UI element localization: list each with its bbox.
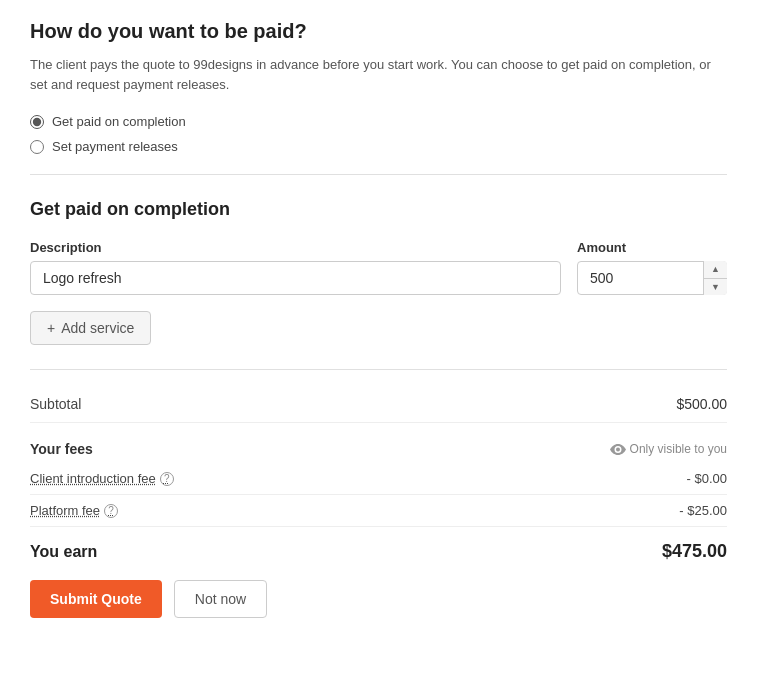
service-form-row: Description Amount ▲ ▼ (30, 240, 727, 295)
platform-fee-label: Platform fee ? (30, 503, 118, 518)
fees-section: Your fees Only visible to you Client int… (30, 431, 727, 527)
subtotal-label: Subtotal (30, 396, 81, 412)
subtotal-row: Subtotal $500.00 (30, 386, 727, 423)
add-service-label: Add service (61, 320, 134, 336)
totals-section: Subtotal $500.00 Your fees Only visible … (30, 369, 727, 576)
radio-completion-input[interactable] (30, 115, 44, 129)
visibility-label: Only visible to you (630, 442, 727, 456)
amount-spin-down[interactable]: ▼ (704, 279, 727, 296)
page-description: The client pays the quote to 99designs i… (30, 55, 727, 94)
amount-spin-up[interactable]: ▲ (704, 261, 727, 279)
section-title: Get paid on completion (30, 199, 727, 220)
radio-releases-label: Set payment releases (52, 139, 178, 154)
amount-label: Amount (577, 240, 727, 255)
submit-quote-button[interactable]: Submit Quote (30, 580, 162, 618)
earnings-row: You earn $475.00 (30, 527, 727, 576)
section-divider (30, 174, 727, 175)
page-title: How do you want to be paid? (30, 20, 727, 43)
radio-releases-input[interactable] (30, 140, 44, 154)
payment-options: Get paid on completion Set payment relea… (30, 114, 727, 154)
radio-completion-label: Get paid on completion (52, 114, 186, 129)
fees-title: Your fees (30, 441, 93, 457)
platform-fee-value: - $25.00 (679, 503, 727, 518)
actions-row: Submit Quote Not now (30, 576, 727, 618)
description-label: Description (30, 240, 561, 255)
client-intro-value: - $0.00 (687, 471, 727, 486)
platform-fee-row: Platform fee ? - $25.00 (30, 495, 727, 527)
radio-completion[interactable]: Get paid on completion (30, 114, 727, 129)
visibility-notice: Only visible to you (610, 442, 727, 456)
client-intro-label: Client introduction fee ? (30, 471, 174, 486)
add-service-icon: + (47, 320, 55, 336)
add-service-button[interactable]: + Add service (30, 311, 151, 345)
amount-group: Amount ▲ ▼ (577, 240, 727, 295)
subtotal-value: $500.00 (676, 396, 727, 412)
eye-icon (610, 444, 626, 455)
amount-input-wrapper: ▲ ▼ (577, 261, 727, 295)
amount-spinner: ▲ ▼ (703, 261, 727, 295)
not-now-button[interactable]: Not now (174, 580, 267, 618)
radio-releases[interactable]: Set payment releases (30, 139, 727, 154)
fees-header: Your fees Only visible to you (30, 431, 727, 463)
description-input[interactable] (30, 261, 561, 295)
client-intro-help-icon[interactable]: ? (160, 472, 174, 486)
earn-label: You earn (30, 543, 97, 561)
platform-fee-help-icon[interactable]: ? (104, 504, 118, 518)
client-intro-row: Client introduction fee ? - $0.00 (30, 463, 727, 495)
description-group: Description (30, 240, 561, 295)
earn-value: $475.00 (662, 541, 727, 562)
